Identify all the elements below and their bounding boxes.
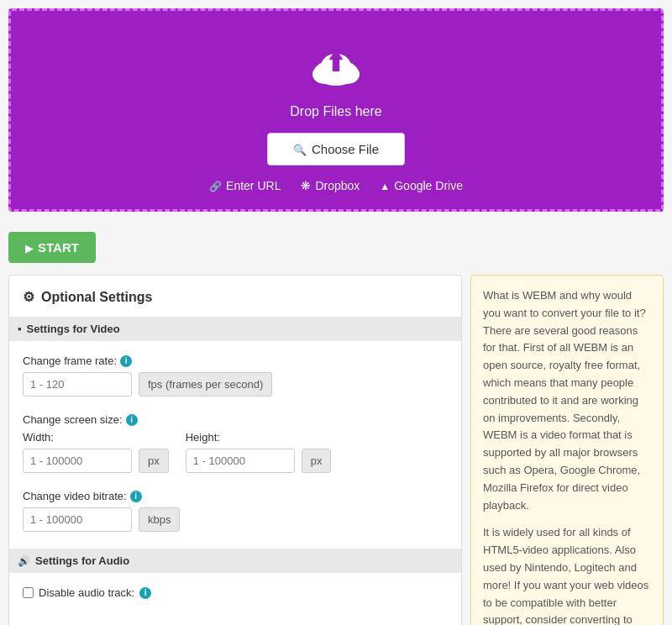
upload-links: Enter URL Dropbox Google Drive xyxy=(28,179,644,192)
width-input[interactable] xyxy=(23,449,132,473)
drive-icon xyxy=(380,179,390,192)
bitrate-unit: kbps xyxy=(139,507,180,532)
drop-text: Drop Files here xyxy=(28,104,644,119)
screen-size-label: Change screen size: i xyxy=(23,413,448,426)
settings-title: Optional Settings xyxy=(23,289,448,305)
screen-size-info-icon[interactable]: i xyxy=(126,414,138,426)
play-icon-top xyxy=(25,240,33,255)
search-icon xyxy=(293,142,307,156)
disable-audio-info-icon[interactable]: i xyxy=(139,587,151,599)
frame-rate-row: fps (frames per second) xyxy=(23,372,448,397)
frame-rate-group: Change frame rate: i fps (frames per sec… xyxy=(23,355,448,397)
google-drive-link[interactable]: Google Drive xyxy=(380,179,463,192)
width-unit: px xyxy=(139,449,169,473)
height-input[interactable] xyxy=(186,449,295,473)
bitrate-input[interactable] xyxy=(23,507,132,532)
dropbox-icon xyxy=(301,179,311,192)
dropbox-link[interactable]: Dropbox xyxy=(301,179,360,192)
settings-panel: Optional Settings Settings for Video Cha… xyxy=(8,275,462,625)
disable-audio-group: Disable audio track: i xyxy=(23,586,448,599)
bitrate-group: Change video bitrate: i kbps xyxy=(23,490,448,532)
disable-audio-row: Disable audio track: i xyxy=(23,586,448,599)
video-icon xyxy=(18,323,22,335)
start-button-top[interactable]: START xyxy=(8,232,96,263)
width-label: Width: xyxy=(23,431,169,444)
audio-section-header: Settings for Audio xyxy=(9,549,461,573)
width-group: Width: px xyxy=(23,431,169,473)
choose-file-label: Choose File xyxy=(312,142,379,156)
upload-dropzone[interactable]: Drop Files here Choose File Enter URL Dr… xyxy=(8,8,664,212)
disable-audio-checkbox[interactable] xyxy=(23,587,34,598)
frame-rate-input[interactable] xyxy=(23,372,132,397)
bitrate-info-icon[interactable]: i xyxy=(130,491,142,502)
choose-file-button[interactable]: Choose File xyxy=(267,133,405,165)
audio-icon xyxy=(18,554,30,567)
link-icon xyxy=(209,179,222,192)
height-label: Height: xyxy=(186,431,332,444)
width-row: px xyxy=(23,449,169,473)
video-section-header: Settings for Video xyxy=(9,317,461,341)
screen-size-inputs: Width: px Height: px xyxy=(23,431,448,473)
frame-rate-info-icon[interactable]: i xyxy=(120,355,132,367)
main-layout: Optional Settings Settings for Video Cha… xyxy=(0,275,672,625)
info-panel: What is WEBM and why would you want to c… xyxy=(470,275,664,625)
bitrate-label: Change video bitrate: i xyxy=(23,490,448,502)
enter-url-link[interactable]: Enter URL xyxy=(209,179,281,192)
height-row: px xyxy=(186,449,332,473)
screen-size-group: Change screen size: i Width: px Height: … xyxy=(23,413,448,473)
frame-rate-unit: fps (frames per second) xyxy=(139,372,272,397)
height-group: Height: px xyxy=(186,431,332,473)
frame-rate-label: Change frame rate: i xyxy=(23,355,448,367)
info-paragraph-1: What is WEBM and why would you want to c… xyxy=(483,287,651,514)
bitrate-row: kbps xyxy=(23,507,448,532)
height-unit: px xyxy=(302,449,332,473)
info-paragraph-2: It is widely used for all kinds of HTML5… xyxy=(483,524,651,625)
upload-cloud-icon xyxy=(307,36,365,97)
gear-icon xyxy=(23,289,34,305)
